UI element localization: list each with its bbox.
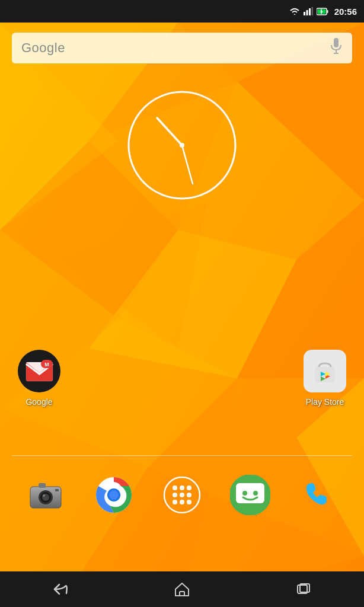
svg-rect-0: [304, 12, 305, 15]
mic-icon[interactable]: [330, 38, 343, 58]
svg-point-33: [180, 143, 184, 148]
chrome-dock-icon[interactable]: [93, 474, 135, 516]
svg-point-68: [180, 500, 184, 504]
phone-dock-icon[interactable]: [298, 474, 339, 516]
camera-dock-icon[interactable]: [25, 474, 66, 516]
dock-divider: [12, 455, 352, 456]
svg-point-64: [173, 493, 177, 497]
svg-point-75: [298, 475, 339, 515]
svg-rect-5: [327, 10, 328, 13]
svg-rect-54: [55, 489, 59, 491]
homescreen-icons: M Google Play Store: [0, 350, 364, 407]
svg-rect-40: [315, 367, 335, 382]
search-label: Google: [21, 40, 65, 56]
svg-point-52: [43, 494, 45, 497]
svg-point-62: [180, 485, 184, 490]
gmail-icon: M: [18, 350, 60, 392]
status-time: 20:56: [334, 7, 357, 17]
launcher-dock-icon[interactable]: [161, 474, 203, 516]
svg-point-72: [242, 491, 247, 496]
nav-recents-button[interactable]: [286, 577, 321, 601]
playstore-icon: [304, 350, 346, 392]
svg-text:M: M: [44, 362, 49, 368]
svg-point-73: [253, 491, 258, 496]
status-bar: 20:56: [0, 0, 364, 23]
svg-rect-3: [311, 7, 313, 15]
clock-widget: [123, 86, 241, 205]
playstore-app-icon[interactable]: Play Store: [304, 350, 346, 407]
signal-icon: [304, 7, 313, 15]
svg-point-65: [180, 493, 184, 497]
svg-point-61: [173, 485, 177, 490]
svg-rect-2: [309, 8, 311, 15]
svg-marker-76: [175, 583, 189, 596]
search-bar[interactable]: Google: [12, 33, 352, 63]
dock: [0, 462, 364, 528]
svg-point-67: [173, 500, 177, 504]
messenger-dock-icon[interactable]: [229, 474, 271, 516]
nav-bar: [0, 571, 364, 607]
svg-point-59: [109, 490, 119, 500]
svg-line-31: [157, 118, 182, 145]
svg-rect-53: [39, 483, 46, 488]
svg-point-66: [187, 493, 191, 497]
svg-rect-27: [334, 38, 339, 47]
playstore-app-label: Play Store: [306, 397, 344, 407]
nav-back-button[interactable]: [43, 577, 78, 601]
svg-rect-1: [306, 10, 308, 15]
google-app-icon[interactable]: M Google: [18, 350, 60, 407]
nav-home-button[interactable]: [164, 577, 200, 601]
svg-point-63: [187, 485, 191, 490]
svg-point-69: [187, 500, 191, 504]
google-app-label: Google: [25, 397, 52, 407]
battery-icon: [317, 8, 328, 15]
svg-line-32: [182, 145, 193, 184]
wifi-icon: [289, 7, 300, 15]
